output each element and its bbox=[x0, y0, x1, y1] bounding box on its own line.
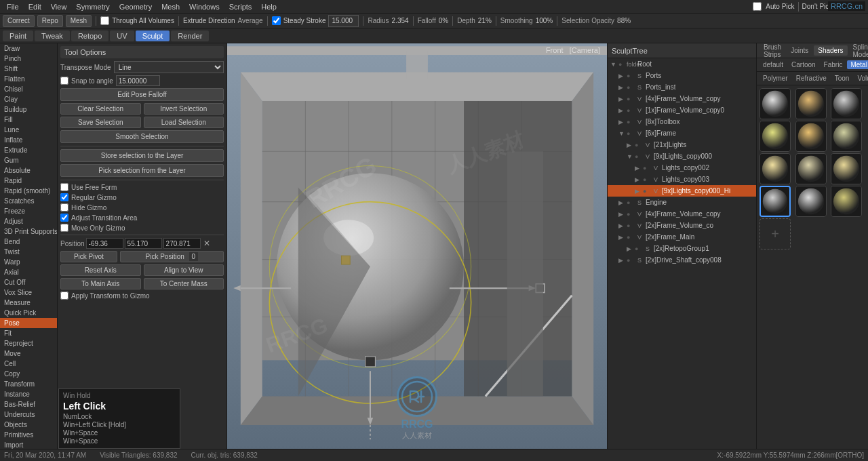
material-add-button[interactable]: + bbox=[760, 218, 791, 249]
left-panel-item-move[interactable]: Move bbox=[0, 348, 57, 359]
snap-to-angle-checkbox[interactable] bbox=[60, 77, 68, 85]
position-x-input[interactable] bbox=[86, 238, 123, 249]
tree-arrow-icon[interactable]: ▶ bbox=[618, 107, 625, 114]
tree-item[interactable]: ▼●V[9x]Lights_copy000 bbox=[608, 151, 756, 162]
material-swatch[interactable] bbox=[760, 186, 791, 217]
tree-arrow-icon[interactable]: ▶ bbox=[627, 245, 633, 252]
tree-item[interactable]: ▶●S[2x]RetopoGroup1 bbox=[608, 243, 756, 254]
tree-arrow-icon[interactable]: ▶ bbox=[618, 257, 625, 264]
menu-scripts[interactable]: Scripts bbox=[225, 1, 256, 12]
material-subtab-default[interactable]: default bbox=[760, 60, 787, 69]
tree-arrow-icon[interactable]: ▶ bbox=[618, 234, 625, 241]
tab-render[interactable]: Render bbox=[171, 31, 209, 41]
tree-item[interactable]: ▶●V[4x]Frame_Volume_copy bbox=[608, 208, 756, 220]
snap-to-angle-input[interactable] bbox=[116, 75, 160, 86]
left-panel-item-fit[interactable]: Fit bbox=[0, 328, 57, 338]
left-panel-item-rapid[interactable]: Rapid bbox=[0, 176, 57, 186]
edit-pose-falloff-btn[interactable]: Edit Pose Falloff bbox=[60, 88, 224, 101]
left-panel-item-inflate[interactable]: Inflate bbox=[0, 135, 57, 145]
material-tab-joints[interactable]: Joints bbox=[787, 45, 812, 56]
tree-item[interactable]: ▶●V[21x]Lights bbox=[608, 139, 756, 151]
tree-eye-icon[interactable]: ● bbox=[627, 107, 633, 114]
menu-file[interactable]: File bbox=[3, 1, 23, 12]
tool-options-header[interactable]: Tool Options bbox=[60, 46, 224, 58]
left-panel-item-rapid-(smooth)[interactable]: Rapid (smooth) bbox=[0, 186, 57, 196]
left-panel-item-twist[interactable]: Twist bbox=[0, 247, 57, 257]
menu-mesh[interactable]: Mesh bbox=[157, 1, 184, 12]
tree-arrow-icon[interactable]: ▶ bbox=[627, 142, 633, 148]
tree-eye-icon[interactable]: ● bbox=[643, 176, 650, 183]
left-panel-item-copy[interactable]: Copy bbox=[0, 369, 57, 379]
left-panel-item-measure[interactable]: Measure bbox=[0, 298, 57, 308]
tree-item[interactable]: ▶●SPorts bbox=[608, 70, 756, 81]
adjust-transition-checkbox[interactable] bbox=[60, 214, 68, 222]
left-panel-item-undercuts[interactable]: Undercuts bbox=[0, 409, 57, 420]
left-panel-item-warp[interactable]: Warp bbox=[0, 257, 57, 267]
to-main-axis-btn[interactable]: To Main Axis bbox=[60, 278, 141, 289]
clear-selection-btn[interactable]: Clear Selection bbox=[60, 103, 141, 115]
menu-symmetry[interactable]: Symmetry bbox=[72, 1, 114, 12]
left-panel-item-freeze[interactable]: Freeze bbox=[0, 206, 57, 216]
left-panel-item-axial[interactable]: Axial bbox=[0, 267, 57, 277]
material-swatch[interactable] bbox=[795, 121, 827, 152]
left-panel-item-bas-relief[interactable]: Bas-Relief bbox=[0, 399, 57, 409]
mesh-button[interactable]: Mesh bbox=[66, 15, 92, 27]
position-y-input[interactable] bbox=[125, 238, 162, 249]
pick-from-layer-btn[interactable]: Pick selection from the Layer bbox=[60, 164, 224, 177]
left-panel-item-fill[interactable]: Fill bbox=[0, 115, 57, 125]
steady-stroke-checkbox[interactable] bbox=[272, 16, 281, 25]
move-only-gizmo-checkbox[interactable] bbox=[60, 224, 68, 232]
material-tab-brush-strips[interactable]: Brush Strips bbox=[760, 42, 785, 60]
material-subtab-fabric[interactable]: Fabric bbox=[821, 60, 846, 69]
material-swatch[interactable] bbox=[795, 153, 827, 184]
tree-eye-icon[interactable]: ● bbox=[627, 84, 633, 91]
tree-arrow-icon[interactable]: ▼ bbox=[610, 61, 617, 68]
tab-uv[interactable]: UV bbox=[110, 31, 134, 41]
tree-arrow-icon[interactable]: ▶ bbox=[635, 188, 642, 195]
tree-arrow-icon[interactable]: ▶ bbox=[635, 176, 642, 183]
tree-eye-icon[interactable]: ● bbox=[627, 73, 633, 79]
tree-item[interactable]: ▶●V[2x]Frame_Volume_co bbox=[608, 220, 756, 231]
material-swatch[interactable] bbox=[795, 186, 827, 217]
tree-eye-icon[interactable]: ● bbox=[627, 211, 633, 218]
tree-eye-icon[interactable]: ● bbox=[627, 234, 633, 241]
material-swatch[interactable] bbox=[831, 186, 862, 217]
regular-gizmo-checkbox[interactable] bbox=[60, 193, 68, 201]
left-panel-item-transform[interactable]: Transform bbox=[0, 379, 57, 389]
steady-stroke-input[interactable] bbox=[328, 15, 359, 27]
tree-eye-icon[interactable]: ● bbox=[618, 61, 625, 68]
tree-item[interactable]: ▶●V[2x]Frame_Main bbox=[608, 231, 756, 243]
tree-item[interactable]: ▶●SPorts_inst bbox=[608, 81, 756, 93]
tree-eye-icon[interactable]: ● bbox=[635, 142, 642, 148]
tree-arrow-icon[interactable]: ▶ bbox=[618, 73, 625, 79]
tree-item[interactable]: ▶●VLights_copy003 bbox=[608, 174, 756, 185]
left-panel-item-chisel[interactable]: Chisel bbox=[0, 84, 57, 94]
left-panel-item-scratches[interactable]: Scratches bbox=[0, 196, 57, 206]
left-panel-item-absolute[interactable]: Absolute bbox=[0, 165, 57, 176]
pick-position-btn[interactable]: Pick Position 0 bbox=[120, 251, 224, 262]
material-swatch[interactable] bbox=[760, 121, 791, 152]
apply-transform-checkbox[interactable] bbox=[60, 292, 68, 300]
tree-arrow-icon[interactable]: ▶ bbox=[618, 96, 625, 102]
left-panel-item-extrude[interactable]: Extrude bbox=[0, 145, 57, 155]
menu-edit[interactable]: Edit bbox=[24, 1, 45, 12]
left-panel-item-draw[interactable]: Draw bbox=[0, 43, 57, 54]
align-to-view-btn[interactable]: Align to View bbox=[144, 264, 224, 276]
to-center-mass-btn[interactable]: To Center Mass bbox=[144, 278, 224, 289]
tree-item[interactable]: ▶●V[1x]Frame_Volume_copy0 bbox=[608, 104, 756, 116]
left-panel-item-3d-print-supports[interactable]: 3D Print Supports bbox=[0, 226, 57, 237]
transpose-mode-select[interactable]: Line bbox=[114, 61, 224, 73]
left-panel-item-pose[interactable]: Pose bbox=[0, 318, 57, 328]
pick-pivot-btn[interactable]: Pick Pivot bbox=[60, 251, 117, 262]
menu-windows[interactable]: Windows bbox=[185, 1, 224, 12]
tree-item[interactable]: ▶●V[8x]Toolbox bbox=[608, 116, 756, 127]
material-swatch[interactable] bbox=[760, 153, 791, 184]
load-selection-btn[interactable]: Load Selection bbox=[144, 117, 224, 128]
left-panel-item-shift[interactable]: Shift bbox=[0, 64, 57, 74]
repo-button[interactable]: Repo bbox=[37, 15, 63, 27]
material-swatch[interactable] bbox=[831, 121, 862, 152]
left-panel-item-clay[interactable]: Clay bbox=[0, 94, 57, 104]
tree-arrow-icon[interactable]: ▶ bbox=[618, 84, 625, 91]
tree-arrow-icon[interactable]: ▶ bbox=[618, 211, 625, 218]
material-type-refractive[interactable]: Refractive bbox=[793, 74, 830, 83]
